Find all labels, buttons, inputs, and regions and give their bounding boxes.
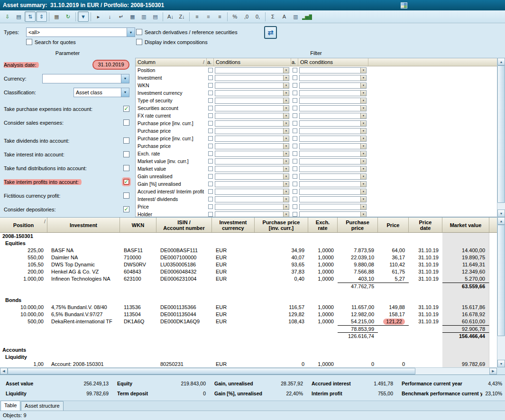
tab-table[interactable]: Table (0, 401, 20, 411)
fictitious-currency-profit-checkbox[interactable] (123, 192, 129, 199)
filter-and-checkbox[interactable] (208, 159, 213, 164)
table-row[interactable]: 200,00Henkel AG & Co. VZ604843DE00060484… (0, 268, 489, 275)
filter-or-and-checkbox[interactable] (293, 128, 297, 133)
tab-asset-structure[interactable]: Asset structure (21, 401, 63, 411)
copy-icon[interactable]: ▤ (13, 11, 24, 22)
filter-condition-select[interactable]: ▼ (215, 189, 289, 195)
decimal-decrease-icon[interactable]: 0, (252, 11, 263, 22)
table-icon[interactable]: ▦ (127, 11, 138, 22)
index-compositions-checkbox[interactable] (136, 39, 142, 45)
filter-header-conditions[interactable]: Conditions (214, 58, 291, 66)
filter-and-checkbox[interactable] (208, 136, 213, 141)
filter-condition-select[interactable]: ▼ (215, 196, 289, 202)
filter-condition-select[interactable]: ▼ (215, 67, 289, 73)
import-icon[interactable]: ⇩ (2, 11, 13, 22)
filter-or-condition-select[interactable]: ▼ (299, 67, 367, 73)
filter-condition-select[interactable]: ▼ (215, 166, 289, 172)
table-row[interactable]: 500,00DekaRent-international TFDK1A6QDE0… (0, 318, 489, 325)
decimal-increase-icon[interactable]: ,0 (241, 11, 252, 22)
fund-distributions-checkbox[interactable] (123, 165, 129, 171)
calendar-icon[interactable]: ▦ (51, 11, 62, 22)
table-row[interactable]: 1,00Account: 2008-15030180250231EUR01,00… (0, 361, 489, 367)
scrollbar-track[interactable] (8, 368, 489, 374)
percent-icon[interactable]: % (230, 11, 240, 22)
filter-and-checkbox[interactable] (208, 121, 213, 126)
filter-or-condition-select[interactable]: ▼ (299, 75, 367, 81)
filter-and-checkbox[interactable] (208, 189, 213, 194)
align-right-icon[interactable]: ≡ (214, 11, 225, 22)
filter-condition-select[interactable]: ▼ (215, 151, 289, 157)
table-row[interactable]: 1.000,00Infineon Technologies NA623100DE… (0, 275, 489, 283)
sales-expenses-checkbox[interactable] (123, 119, 129, 126)
scrollbar-thumb[interactable] (497, 225, 505, 336)
filter-and-checkbox[interactable] (208, 151, 213, 156)
filter-or-and-checkbox[interactable] (293, 174, 297, 179)
column-header[interactable]: Investment (47, 218, 120, 232)
filter-or-and-checkbox[interactable] (293, 166, 297, 171)
align-center-icon[interactable]: ≡ (203, 11, 214, 22)
filter-or-and-checkbox[interactable] (293, 151, 297, 156)
filter-or-and-checkbox[interactable] (293, 68, 297, 73)
filter-or-condition-select[interactable]: ▼ (299, 211, 367, 218)
chart-period-icon[interactable]: ⇅ (25, 11, 36, 22)
scrollbar-track[interactable] (497, 225, 505, 360)
filter-condition-select[interactable]: ▼ (215, 128, 289, 134)
search-quotes-option[interactable]: Search for quotes (26, 39, 76, 45)
filter-or-and-checkbox[interactable] (293, 204, 297, 209)
filter-or-and-checkbox[interactable] (293, 212, 297, 217)
derivatives-option[interactable]: Search derivatives / reference securitie… (136, 29, 238, 35)
filter-and-checkbox[interactable] (208, 75, 213, 80)
interim-profits-checkbox[interactable] (123, 179, 129, 185)
filter-or-and-checkbox[interactable] (293, 98, 297, 103)
filter-scrollbar[interactable]: ▲ ▼ (497, 58, 505, 217)
filter-condition-select[interactable]: ▼ (215, 105, 289, 111)
filter-and-checkbox[interactable] (208, 91, 213, 95)
filter-header-or-conditions[interactable]: OR conditions (298, 58, 368, 66)
return-icon[interactable]: ↵ (116, 11, 127, 22)
filter-chart-icon[interactable]: ▼ (78, 11, 89, 22)
scrollbar-track[interactable] (497, 65, 505, 210)
search-quotes-checkbox[interactable] (26, 39, 32, 45)
column-header[interactable]: Investment currency (212, 218, 255, 232)
filter-or-and-checkbox[interactable] (293, 106, 297, 110)
filter-or-and-checkbox[interactable] (293, 91, 297, 95)
scroll-left-button[interactable]: ◀ (0, 368, 8, 374)
scroll-down-button[interactable]: ▼ (497, 210, 505, 217)
types-select[interactable]: <all> ▼ (26, 27, 135, 37)
derivatives-checkbox[interactable] (136, 29, 142, 35)
filter-or-condition-select[interactable]: ▼ (299, 181, 367, 187)
filter-or-condition-select[interactable]: ▼ (299, 196, 367, 202)
filter-and-checkbox[interactable] (208, 182, 213, 186)
column-header[interactable]: Price date (409, 218, 442, 232)
filter-or-condition-select[interactable]: ▼ (299, 98, 367, 104)
filter-and-checkbox[interactable] (208, 174, 213, 179)
sum-icon[interactable]: Σ (267, 11, 278, 22)
filter-or-condition-select[interactable]: ▼ (299, 128, 367, 134)
table-row[interactable]: 10.000,004,75% Bundanl.V. 08/40113536DE0… (0, 304, 489, 311)
horizontal-scrollbar[interactable]: ◀ ▶ (0, 367, 497, 374)
scroll-up-button[interactable]: ▲ (497, 217, 505, 225)
filter-header-and2[interactable]: a. (291, 58, 298, 66)
columns-icon[interactable]: ▥ (290, 11, 301, 22)
filter-and-checkbox[interactable] (208, 204, 213, 209)
table-scrollbar[interactable]: ▲ ▼ (497, 217, 505, 367)
filter-and-checkbox[interactable] (208, 128, 213, 133)
dividends-checkbox[interactable] (123, 137, 129, 144)
sort-asc-icon[interactable]: A↓ (165, 11, 176, 22)
filter-and-checkbox[interactable] (208, 106, 213, 110)
filter-condition-select[interactable]: ▼ (215, 158, 289, 164)
filter-and-checkbox[interactable] (208, 166, 213, 171)
column-header[interactable]: Position/ (0, 218, 47, 232)
refresh-button[interactable]: ⇄ (264, 26, 277, 39)
filter-header-column[interactable]: Column/ (136, 58, 207, 66)
scrollbar-thumb[interactable] (497, 65, 505, 203)
filter-or-condition-select[interactable]: ▼ (299, 136, 367, 142)
filter-or-and-checkbox[interactable] (293, 144, 297, 148)
column-header[interactable]: Purchase price (338, 218, 378, 232)
filter-condition-select[interactable]: ▼ (215, 173, 289, 180)
filter-condition-select[interactable]: ▼ (215, 82, 289, 89)
scroll-down-button[interactable]: ▼ (497, 360, 505, 367)
filter-condition-select[interactable]: ▼ (215, 75, 289, 81)
filter-condition-select[interactable]: ▼ (215, 143, 289, 149)
filter-or-and-checkbox[interactable] (293, 113, 297, 118)
